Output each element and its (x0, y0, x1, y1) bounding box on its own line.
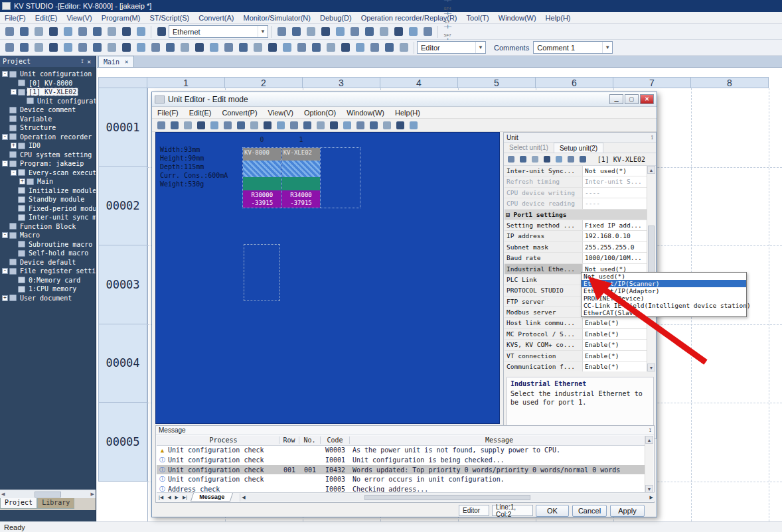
rewind-icon[interactable] (236, 41, 250, 54)
loop-icon[interactable] (339, 41, 352, 54)
print-icon[interactable] (105, 25, 118, 38)
tree-item-1-cpu-memory[interactable]: 1:CPU memory (11, 285, 78, 293)
first-page-icon[interactable]: |◀ (157, 495, 165, 500)
copy-settings-icon[interactable] (530, 155, 540, 165)
setting-row-baud-rate[interactable]: Baud rate1000/100/10M... (505, 253, 647, 263)
tree-item-0-memory-card[interactable]: 0:Memory card (11, 276, 82, 285)
tree-item-fixed-period-modu[interactable]: Fixed-period modu (11, 204, 96, 213)
print-preview-icon[interactable] (119, 25, 133, 38)
expand-box-icon[interactable]: - (2, 232, 8, 238)
pin-icon[interactable]: ⟟ (79, 58, 85, 65)
unit-table-vscrollbar[interactable]: ▲ ▼ (647, 166, 655, 371)
unit-color-icon[interactable] (248, 119, 260, 131)
read-setup-icon[interactable] (315, 119, 327, 131)
setting-row-inter-unit-sync[interactable]: Inter-unit Sync...Not used(*) (505, 166, 647, 176)
scroll-left-icon[interactable]: ◀ (242, 495, 245, 500)
tree-item-0-kv-8000[interactable]: [0] KV-8000 (11, 79, 74, 88)
pin-icon[interactable]: ⟟ (649, 427, 651, 434)
scroll-right-icon[interactable]: ▶ (91, 492, 94, 497)
pause-hand-icon[interactable] (353, 41, 366, 54)
undo-icon[interactable] (169, 119, 181, 131)
plc-to-pc-transfer-icon[interactable] (289, 25, 303, 38)
comment-combo[interactable]: Comment 1▼ (533, 41, 613, 54)
dlg-help-icon[interactable] (408, 119, 420, 131)
tree-item-inter-unit-sync-m[interactable]: Inter-unit sync m (11, 213, 96, 222)
chevron-down-icon[interactable]: ▼ (258, 26, 268, 37)
save-as-icon[interactable] (46, 25, 60, 38)
tree-item-file-register-settin[interactable]: -File register settin (2, 267, 96, 275)
dropdown-option-ethercat-slave[interactable]: EtherCAT(Slave) (582, 309, 746, 316)
tree-item-1-kv-xle02[interactable]: -[1] KV-XLE02 (11, 88, 78, 96)
dropdown-option-not-used[interactable]: Not used(*) (582, 273, 746, 280)
unit-block-kv-xle02[interactable]: KV-XLE02R34000-37915 (282, 148, 321, 208)
timer-icon[interactable] (382, 41, 396, 54)
pause-icon[interactable] (222, 41, 235, 54)
message-vscrollbar[interactable]: ▲ ▼ (645, 436, 653, 493)
empty-unit-slot[interactable] (321, 148, 360, 208)
screenshot-icon[interactable] (61, 41, 74, 54)
maximize-button[interactable]: ▢ (625, 94, 639, 104)
setting-value[interactable]: Enable(*) (583, 329, 647, 339)
menu-window[interactable]: Window(W) (494, 13, 541, 23)
dropdown-option-ethernet-ip-adaptor[interactable]: EtherNet/IP(Adaptor) (582, 287, 746, 295)
message-row-i0003[interactable]: ⓘUnit configuration checkI0003No error o… (157, 474, 646, 484)
tree-item-variable[interactable]: Variable (2, 115, 53, 123)
tool-icon[interactable] (381, 119, 393, 131)
dropdown-option-ethernet-ip-scanner[interactable]: EtherNet/IP(Scanner) (582, 280, 746, 287)
compare-icon[interactable] (341, 119, 353, 131)
copy-icon[interactable] (208, 119, 220, 131)
message-row-i0432[interactable]: ⓘUnit configuration check001001I0432Word… (157, 465, 646, 475)
edit-unit-icon[interactable] (235, 119, 247, 131)
tree-item-standby-module[interactable]: Standby module (11, 195, 86, 204)
tab-library[interactable]: Library (37, 498, 74, 509)
dialog-menu-file[interactable]: File(F) (152, 107, 184, 118)
setting-value[interactable]: Fixed IP add... (583, 220, 647, 230)
stopwatch-icon[interactable] (134, 41, 147, 54)
setting-value[interactable]: 192.168.0.10 (583, 231, 647, 241)
fast-forward-icon[interactable] (309, 41, 323, 54)
record-icon[interactable] (163, 41, 177, 54)
open-project-icon[interactable] (17, 25, 31, 38)
setting-value[interactable]: ---- (583, 198, 647, 208)
row-number-00005[interactable]: 00005 (98, 403, 147, 482)
tree-item-unit-configuration[interactable]: -Unit configuration (2, 70, 93, 78)
print-unit-icon[interactable] (354, 119, 366, 131)
dialog-menu-window[interactable]: Window(W) (341, 107, 390, 118)
menu-debug[interactable]: Debug(D) (315, 13, 356, 23)
menu-st-script[interactable]: ST/Script(S) (145, 13, 194, 23)
simulator-icon[interactable] (362, 25, 376, 38)
menu-help[interactable]: Help(H) (541, 13, 576, 23)
setting-row-host-link-commu[interactable]: Host link commu...Enable(*) (505, 318, 647, 328)
tree-item-program-jakaeip[interactable]: -Program: jakaeip (2, 159, 85, 168)
collapse-icon[interactable]: ⊟ (506, 211, 510, 218)
watch-window-icon[interactable] (119, 41, 133, 54)
new-file-icon[interactable] (3, 25, 16, 38)
setting-value[interactable]: Enable(*) (583, 340, 647, 350)
redo-icon[interactable] (182, 119, 194, 131)
menu-edit[interactable]: Edit(E) (31, 13, 62, 23)
tree-item-subroutine-macro[interactable]: Subroutine macro (11, 240, 94, 249)
fkey-f7-icon[interactable]: F7⊣⊢ (441, 19, 454, 32)
fkey-sf4-icon[interactable]: SF4⊣⊢ (441, 5, 454, 19)
settings-section-port1[interactable]: ⊟ Port1 settings (505, 210, 647, 220)
chevron-down-icon[interactable]: ▼ (475, 42, 485, 53)
expand-box-icon[interactable]: - (2, 134, 8, 140)
tree-item-id0[interactable]: +ID0 (11, 141, 42, 150)
dropdown-option-profinet-device[interactable]: PROFINET(Device) (582, 295, 746, 302)
setting-value[interactable]: Enable(*) (583, 351, 647, 361)
connection-combo[interactable]: Ethernet▼ (169, 25, 268, 38)
dialog-menu-option[interactable]: Option(O) (299, 107, 341, 118)
dialog-menu-convert[interactable]: Convert(P) (216, 107, 262, 118)
close-tab-icon[interactable]: ✕ (125, 58, 128, 65)
message-row-w0003[interactable]: ▲Unit configuration checkW0003As the pow… (157, 446, 646, 456)
excel-export-icon[interactable] (578, 155, 588, 165)
tree-item-initialize-module[interactable]: Initialize module (11, 186, 96, 195)
tab-main-editor[interactable]: Main✕ (98, 56, 134, 67)
setting-row-vt-connection[interactable]: VT connectionEnable(*) (505, 351, 647, 362)
setting-value[interactable]: Enable(*) (583, 362, 647, 371)
setting-value[interactable]: Not used(*) (583, 166, 647, 176)
scroll-down-icon[interactable]: ▼ (647, 364, 655, 371)
expand-box-icon[interactable]: - (2, 71, 8, 77)
find-icon[interactable] (333, 25, 347, 38)
scroll-up-icon[interactable]: ▲ (645, 436, 653, 444)
